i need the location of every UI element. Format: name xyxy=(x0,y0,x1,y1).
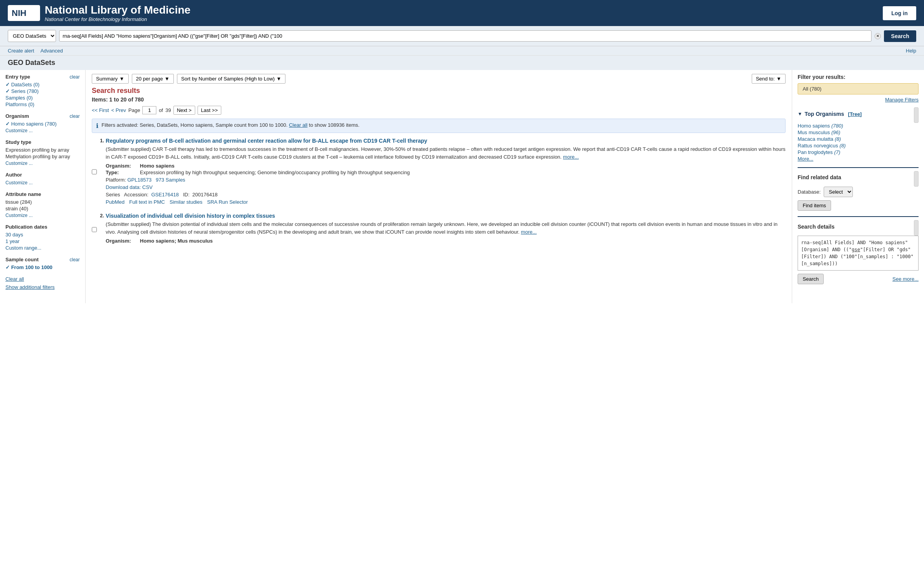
help-link[interactable]: Help xyxy=(906,48,916,54)
result-meta-2: Organism: Homo sapiens; Mus musculus xyxy=(106,238,786,244)
site-subtitle: National Center for Biotechnology Inform… xyxy=(45,16,191,22)
clear-all-filter-link[interactable]: Clear all xyxy=(289,122,308,128)
search-details-box: rna-seq[All Fields] AND "Homo sapiens"[O… xyxy=(798,236,919,271)
result-link-2[interactable]: Visualization of individual cell divisio… xyxy=(106,213,275,219)
sidebar-1year[interactable]: 1 year xyxy=(5,238,80,245)
sidebar-methylation[interactable]: Methylation profiling by array xyxy=(5,153,80,160)
series-link[interactable]: Series (780) xyxy=(11,88,39,94)
scrollbar-search-details[interactable] xyxy=(914,220,919,236)
samples-link-1[interactable]: 973 Samples xyxy=(156,177,185,183)
header-title: National Library of Medicine National Ce… xyxy=(45,4,191,22)
more-organisms-link[interactable]: More... xyxy=(798,156,813,162)
customize-attribute[interactable]: Customize ... xyxy=(5,213,33,218)
download-link-1[interactable]: Download data: CSV xyxy=(106,184,153,190)
sidebar-30days[interactable]: 30 days xyxy=(5,231,80,238)
sra-link-1[interactable]: SRA Run Selector xyxy=(207,199,248,205)
mus-filter-link[interactable]: Mus musculus (96) xyxy=(798,129,840,135)
clear-all-link[interactable]: Clear all xyxy=(5,276,80,282)
result-link-1[interactable]: Regulatory programs of B-cell activation… xyxy=(106,138,427,144)
result-checkbox-1[interactable] xyxy=(92,139,97,205)
sidebar-homo-sapiens[interactable]: Homo sapiens (780) xyxy=(5,121,80,127)
sort-button[interactable]: Sort by Number of Samples (High to Low) … xyxy=(177,74,285,84)
pubmed-link-1[interactable]: PubMed xyxy=(106,199,124,205)
search-button[interactable]: Search xyxy=(884,30,916,42)
next-page-button[interactable]: Next > xyxy=(173,106,195,115)
author-section: Author Customize ... xyxy=(5,172,80,186)
customize-study[interactable]: Customize ... xyxy=(5,161,33,166)
tree-link[interactable]: [Tree] xyxy=(848,111,862,117)
homo-filter-link[interactable]: Homo sapiens (780) xyxy=(798,123,843,129)
organism-label: Organism xyxy=(5,113,29,119)
page-input[interactable]: 1 xyxy=(142,106,156,114)
result-more-1[interactable]: more... xyxy=(563,154,579,160)
clear-search-button[interactable]: ✕ xyxy=(875,33,881,39)
all-results-box[interactable]: All (780) xyxy=(798,83,919,94)
prev-page-link[interactable]: < Prev xyxy=(111,107,126,113)
entry-type-clear[interactable]: clear xyxy=(70,74,80,80)
sidebar-customize-organism[interactable]: Customize ... xyxy=(5,127,80,134)
sample-count-clear[interactable]: clear xyxy=(70,257,80,262)
datasets-link[interactable]: DataSets (0) xyxy=(11,82,40,87)
site-title: National Library of Medicine xyxy=(45,4,191,16)
database-select[interactable]: GEO DataSets PubMed Nucleotide xyxy=(8,30,56,42)
result-inner-2: 2. Visualization of individual cell divi… xyxy=(100,213,786,245)
result-num-2: 2. xyxy=(100,213,104,245)
database-select-related[interactable]: Select xyxy=(824,187,853,197)
customize-author[interactable]: Customize ... xyxy=(5,180,33,185)
search-input[interactable] xyxy=(59,30,872,42)
per-page-button[interactable]: 20 per page ▼ xyxy=(132,74,174,84)
sidebar-samples[interactable]: Samples (0) xyxy=(5,94,80,101)
sidebar-platforms[interactable]: Platforms (0) xyxy=(5,101,80,108)
platforms-link[interactable]: Platforms (0) xyxy=(5,101,34,107)
sidebar-tissue[interactable]: tissue (284) xyxy=(5,199,80,205)
organism-macaca: Macaca mulatta (8) xyxy=(798,136,919,142)
first-page-link[interactable]: << First xyxy=(92,107,109,113)
sidebar-customize-attribute[interactable]: Customize ... xyxy=(5,212,80,219)
pmc-link-1[interactable]: Full text in PMC xyxy=(129,199,165,205)
sidebar-from-100-1000[interactable]: From 100 to 1000 xyxy=(5,264,80,271)
sidebar-expression[interactable]: Expression profiling by array xyxy=(5,147,80,153)
organism-clear[interactable]: clear xyxy=(70,114,80,119)
summary-button[interactable]: Summary ▼ xyxy=(92,74,129,84)
homo-sapiens-link[interactable]: Homo sapiens (780) xyxy=(11,121,57,127)
rattus-filter-link[interactable]: Rattus norvegicus (8) xyxy=(798,143,846,149)
result-more-2[interactable]: more... xyxy=(521,229,537,235)
pan-filter-link[interactable]: Pan troglodytes (7) xyxy=(798,149,840,155)
create-alert-link[interactable]: Create alert xyxy=(8,48,34,54)
find-items-button[interactable]: Find items xyxy=(798,200,831,211)
study-type-label: Study type xyxy=(5,139,31,145)
platform-link-1[interactable]: GPL18573 xyxy=(127,177,151,183)
sidebar-customize-author[interactable]: Customize ... xyxy=(5,179,80,186)
organism-row-1: Organism: Homo sapiens xyxy=(106,163,786,169)
send-to-button[interactable]: Send to: ▼ xyxy=(752,74,786,84)
last-page-button[interactable]: Last >> xyxy=(198,106,221,115)
see-more-link[interactable]: See more... xyxy=(892,276,919,282)
search-details-footer: Search See more... xyxy=(798,274,919,284)
total-pages: 39 xyxy=(165,107,171,113)
macaca-filter-link[interactable]: Macaca mulatta (8) xyxy=(798,136,841,142)
platform-row-1: Platform: GPL18573 973 Samples xyxy=(106,177,786,183)
show-filters-link[interactable]: Show additional filters xyxy=(5,284,80,290)
page-title: GEO DataSets xyxy=(8,59,55,67)
per-page-dropdown-icon: ▼ xyxy=(164,76,170,82)
sidebar-strain[interactable]: strain (40) xyxy=(5,205,80,212)
sidebar-series[interactable]: Series (780) xyxy=(5,88,80,94)
find-related-label: Find related data xyxy=(798,174,841,180)
send-to-label: Send to: xyxy=(756,76,775,82)
similar-link-1[interactable]: Similar studies xyxy=(170,199,203,205)
login-button[interactable]: Log in xyxy=(883,6,916,20)
pub-dates-label: Publication dates xyxy=(5,224,47,230)
sidebar-custom-range[interactable]: Custom range... xyxy=(5,245,80,251)
result-checkbox-2[interactable] xyxy=(92,214,97,245)
accession-link-1[interactable]: GSE176418 xyxy=(151,192,179,198)
advanced-link[interactable]: Advanced xyxy=(40,48,63,54)
sidebar-customize-study[interactable]: Customize ... xyxy=(5,160,80,166)
scrollbar-organisms[interactable] xyxy=(914,107,919,123)
samples-link[interactable]: Samples (0) xyxy=(5,95,33,101)
sidebar-datasets[interactable]: DataSets (0) xyxy=(5,81,80,88)
search-details-button[interactable]: Search xyxy=(798,274,824,284)
manage-filters-link[interactable]: Manage Filters xyxy=(798,97,919,103)
customize-organism[interactable]: Customize ... xyxy=(5,128,33,133)
scrollbar-related[interactable] xyxy=(914,171,919,187)
accession-row-1: Series Accession: GSE176418 ID: 20017641… xyxy=(106,192,786,198)
